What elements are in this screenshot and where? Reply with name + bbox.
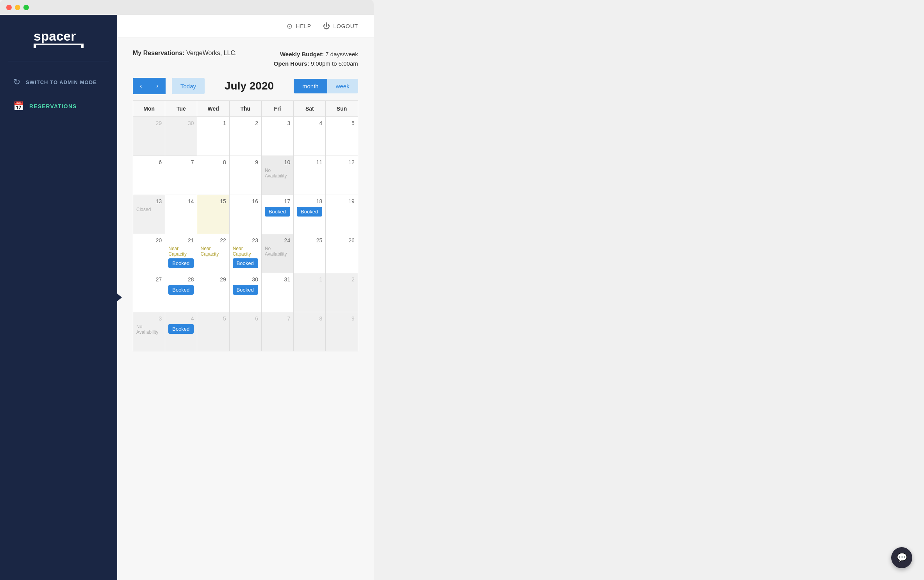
booked-badge[interactable]: Booked [297, 207, 322, 217]
cell-day-number: 4 [297, 120, 322, 126]
cell-day-number: 5 [329, 120, 354, 126]
hours-label: Open Hours: [274, 60, 309, 67]
cell-day-number: 26 [329, 237, 354, 243]
cell-status-label: Near Capacity [168, 246, 194, 257]
booked-badge[interactable]: Booked [168, 324, 194, 334]
calendar-cell[interactable]: 7 [165, 156, 197, 195]
cell-day-number: 7 [265, 315, 290, 322]
hours-value: 9:00pm to 5:00am [311, 60, 358, 67]
logout-button[interactable]: ⏻ LOGOUT [323, 22, 358, 30]
switch-to-admin-button[interactable]: ↻ SWITCH TO ADMIN MODE [8, 73, 109, 91]
calendar-cell[interactable]: 2 [326, 273, 358, 312]
switch-admin-label: SWITCH TO ADMIN MODE [26, 79, 97, 85]
calendar-cell[interactable]: 15 [197, 195, 229, 234]
cell-day-number: 16 [233, 198, 258, 204]
calendar-cell[interactable]: 28Booked [165, 273, 197, 312]
booked-badge[interactable]: Booked [233, 285, 258, 295]
calendar-row: 13Closed14151617Booked18Booked19 [133, 195, 358, 234]
calendar-table: Mon Tue Wed Thu Fri Sat Sun 293012345678… [133, 100, 358, 351]
calendar-cell[interactable]: 26 [326, 234, 358, 273]
calendar-cell[interactable]: 18Booked [294, 195, 326, 234]
calendar-cell[interactable]: 25 [294, 234, 326, 273]
calendar-cell[interactable]: 30 [165, 117, 197, 156]
calendar-cell[interactable]: 20 [133, 234, 165, 273]
calendar-cell[interactable]: 24No Availability [261, 234, 293, 273]
next-month-button[interactable]: › [149, 78, 166, 94]
calendar-cell[interactable]: 10No Availability [261, 156, 293, 195]
cell-status-label: Closed [136, 207, 162, 212]
prev-month-button[interactable]: ‹ [133, 78, 149, 94]
calendar-cell[interactable]: 6 [133, 156, 165, 195]
calendar-cell[interactable]: 4Booked [165, 312, 197, 351]
calendar-row: 293012345 [133, 117, 358, 156]
calendar-cell[interactable]: 31 [261, 273, 293, 312]
budget-info: Weekly Budget: 7 days/week Open Hours: 9… [274, 50, 358, 68]
cell-day-number: 11 [297, 159, 322, 165]
calendar-cell[interactable]: 22Near Capacity [197, 234, 229, 273]
calendar-cell[interactable]: 4 [294, 117, 326, 156]
close-dot[interactable] [6, 5, 12, 10]
week-view-button[interactable]: week [327, 79, 358, 93]
sidebar: spacer ↻ SWITCH TO ADMIN MODE 📅 RESERVAT… [0, 15, 117, 580]
calendar-cell[interactable]: 8 [197, 156, 229, 195]
chat-bubble-button[interactable]: 💬 [891, 547, 912, 568]
calendar-cell[interactable]: 12 [326, 156, 358, 195]
today-button[interactable]: Today [172, 78, 205, 94]
help-button[interactable]: ⊙ HELP [287, 22, 311, 30]
col-wed: Wed [197, 101, 229, 117]
calendar-cell[interactable]: 17Booked [261, 195, 293, 234]
col-fri: Fri [261, 101, 293, 117]
booked-badge[interactable]: Booked [233, 258, 258, 268]
calendar-row: 678910No Availability1112 [133, 156, 358, 195]
calendar-cell[interactable]: 11 [294, 156, 326, 195]
calendar-cell[interactable]: 3 [261, 117, 293, 156]
calendar-cell[interactable]: 8 [294, 312, 326, 351]
cell-day-number: 21 [168, 237, 194, 243]
sidebar-item-reservations[interactable]: 📅 RESERVATIONS [8, 97, 109, 115]
calendar-header: ‹ › Today July 2020 month week [133, 78, 358, 94]
top-header: ⊙ HELP ⏻ LOGOUT [117, 15, 374, 38]
calendar-cell[interactable]: 6 [229, 312, 261, 351]
calendar-cell[interactable]: 23Near CapacityBooked [229, 234, 261, 273]
booked-badge[interactable]: Booked [265, 207, 290, 217]
window-chrome [0, 0, 374, 15]
month-view-button[interactable]: month [294, 79, 327, 93]
booked-badge[interactable]: Booked [168, 285, 194, 295]
calendar-cell[interactable]: 5 [326, 117, 358, 156]
sidebar-divider [8, 61, 109, 61]
cell-day-number: 14 [168, 198, 194, 204]
calendar-cell[interactable]: 2 [229, 117, 261, 156]
minimize-dot[interactable] [15, 5, 20, 10]
maximize-dot[interactable] [23, 5, 29, 10]
calendar-cell[interactable]: 9 [326, 312, 358, 351]
calendar-cell[interactable]: 27 [133, 273, 165, 312]
calendar-cell[interactable]: 7 [261, 312, 293, 351]
calendar-cell[interactable]: 5 [197, 312, 229, 351]
calendar-cell[interactable]: 16 [229, 195, 261, 234]
calendar-cell[interactable]: 1 [294, 273, 326, 312]
booked-badge[interactable]: Booked [168, 258, 194, 268]
calendar-cell[interactable]: 1 [197, 117, 229, 156]
cell-day-number: 25 [297, 237, 322, 243]
calendar-cell[interactable]: 29 [133, 117, 165, 156]
cell-day-number: 29 [200, 276, 226, 283]
calendar-cell[interactable]: 9 [229, 156, 261, 195]
cell-day-number: 18 [297, 198, 322, 204]
company-name: VergeWorks, LLC. [186, 50, 237, 56]
calendar-cell[interactable]: 30Booked [229, 273, 261, 312]
logout-icon: ⏻ [323, 22, 330, 30]
cell-status-label: Near Capacity [233, 246, 258, 257]
help-icon: ⊙ [287, 22, 293, 30]
calendar-row: 2021Near CapacityBooked22Near Capacity23… [133, 234, 358, 273]
cell-day-number: 22 [200, 237, 226, 243]
calendar-cell[interactable]: 14 [165, 195, 197, 234]
calendar-cell[interactable]: 29 [197, 273, 229, 312]
calendar-cell[interactable]: 13Closed [133, 195, 165, 234]
calendar-header-row: Mon Tue Wed Thu Fri Sat Sun [133, 101, 358, 117]
calendar-row: 2728Booked2930Booked3112 [133, 273, 358, 312]
calendar-cell[interactable]: 21Near CapacityBooked [165, 234, 197, 273]
my-reservations-title: My Reservations: VergeWorks, LLC. [133, 50, 237, 57]
calendar-cell[interactable]: 19 [326, 195, 358, 234]
cell-day-number: 29 [136, 120, 162, 126]
calendar-cell[interactable]: 3No Availability [133, 312, 165, 351]
